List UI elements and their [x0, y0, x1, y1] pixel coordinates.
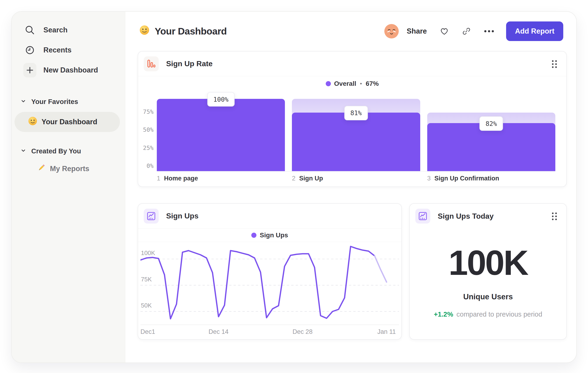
line-chart-icon: [415, 209, 430, 223]
x-tick-label: Dec 28: [293, 328, 313, 335]
smiley-emoji-icon: [28, 116, 37, 128]
card-header: Sign Ups Today: [410, 204, 566, 229]
funnel-step-name: Sign Up Confirmation: [434, 175, 499, 182]
funnel-step-label: 2Sign Up: [292, 175, 420, 182]
card-header: Sign Up Rate: [138, 51, 566, 76]
funnel-step-name: Sign Up: [299, 175, 323, 182]
drag-handle-icon[interactable]: [551, 60, 557, 69]
card-header: Sign Ups: [138, 204, 401, 229]
legend-value: 67%: [366, 80, 379, 87]
add-report-button[interactable]: Add Report: [506, 21, 563, 41]
share-button[interactable]: Share: [407, 27, 427, 35]
sidebar-item-my-reports[interactable]: My Reports: [12, 160, 125, 178]
legend-label: Sign Ups: [260, 232, 288, 239]
legend-bullet: •: [360, 81, 362, 87]
main-area: Your Dashboard Share Add Report: [125, 12, 576, 363]
drag-handle-icon[interactable]: [551, 212, 557, 222]
more-options-icon[interactable]: [484, 29, 494, 33]
kpi-label: Unique Users: [410, 292, 566, 301]
sidebar-item-label: My Reports: [50, 165, 89, 173]
kpi-delta: +1.2%: [434, 311, 453, 318]
chevron-down-icon: [21, 98, 26, 106]
kpi-delta-note: compared to previous period: [456, 311, 542, 318]
page-header: Your Dashboard Share Add Report: [139, 21, 563, 41]
kpi-value: 100K: [410, 245, 566, 280]
card-title: Sign Ups: [166, 212, 199, 220]
favorite-heart-icon[interactable]: [439, 26, 449, 36]
search-icon: [23, 24, 36, 36]
kpi-body: 100K Unique Users +1.2% compared to prev…: [410, 245, 566, 318]
sidebar-item-label: Search: [43, 26, 67, 34]
y-tick-label: 50%: [143, 126, 154, 133]
sidebar-section-created[interactable]: Created By You: [12, 144, 125, 158]
funnel-step-number: 2: [292, 175, 295, 182]
legend-dot-icon: [251, 233, 256, 238]
sidebar-item-search[interactable]: Search: [12, 20, 125, 40]
card-title: Sign Ups Today: [438, 212, 494, 221]
funnel-x-axis: 1Home page2Sign Up3Sign Up Confirmation: [157, 175, 555, 182]
signups-line: [375, 256, 386, 282]
sidebar-item-your-dashboard[interactable]: Your Dashboard: [14, 112, 120, 132]
funnel-bar[interactable]: 82%: [427, 99, 555, 171]
signup-rate-card: Sign Up Rate Overall • 67% 75%50%25%0% 1…: [138, 51, 567, 187]
sidebar-item-label: Your Dashboard: [42, 118, 97, 126]
section-label: Your Favorites: [31, 98, 78, 106]
funnel-step-number: 1: [157, 175, 160, 182]
header-actions: Share Add Report: [384, 21, 563, 41]
sidebar: Search Recents New Dashboard Your Favori…: [12, 12, 125, 363]
sidebar-item-label: New Dashboard: [43, 66, 98, 74]
clock-icon: [23, 45, 36, 56]
smiley-emoji-icon: [139, 25, 150, 38]
sidebar-section-favorites[interactable]: Your Favorites: [12, 95, 125, 109]
funnel-plot: 100%81%82%: [157, 99, 555, 171]
signups-line: [140, 246, 375, 319]
legend-dot-icon: [326, 81, 331, 86]
y-tick-label: 25%: [143, 144, 154, 151]
funnel-bar[interactable]: 100%: [157, 99, 285, 171]
funnel-value-badge: 82%: [480, 116, 503, 131]
signups-card: Sign Ups Sign Ups 100K75K50K Dec1Dec 14D…: [138, 203, 402, 340]
funnel-value-badge: 100%: [207, 92, 234, 107]
copy-link-icon[interactable]: [462, 27, 471, 36]
avatar[interactable]: [384, 24, 399, 39]
plus-icon: [23, 63, 36, 77]
chevron-down-icon: [21, 147, 26, 155]
line-x-axis: Dec1Dec 14Dec 28Jan 11: [140, 328, 399, 338]
y-tick-label: 75%: [143, 108, 154, 115]
funnel-bar[interactable]: 81%: [292, 99, 420, 171]
app-window: Search Recents New Dashboard Your Favori…: [11, 11, 577, 363]
funnel-chart-icon: [144, 56, 159, 71]
funnel-bar-fill: [292, 113, 420, 171]
sidebar-item-new-dashboard[interactable]: New Dashboard: [12, 60, 125, 80]
line-chart-icon: [144, 209, 159, 223]
section-label: Created By You: [31, 147, 81, 155]
signups-today-card: Sign Ups Today 100K Unique Users +1.2% c…: [409, 203, 567, 340]
funnel-value-badge: 81%: [344, 106, 368, 120]
funnel-bar-fill: [157, 99, 285, 171]
line-plot: 100K75K50K: [140, 244, 399, 325]
line-legend[interactable]: Sign Ups: [138, 229, 401, 242]
funnel-step-name: Home page: [164, 175, 198, 182]
funnel-y-axis: 75%50%25%0%: [140, 99, 154, 171]
pencil-icon: [37, 163, 46, 174]
kpi-delta-row: +1.2% compared to previous period: [410, 311, 566, 318]
x-tick-label: Dec 14: [209, 328, 229, 335]
legend-label: Overall: [334, 80, 356, 87]
x-tick-label: Jan 11: [377, 328, 396, 335]
funnel-step-number: 3: [427, 175, 431, 182]
sidebar-item-label: Recents: [43, 46, 72, 54]
x-tick-label: Dec1: [140, 328, 155, 335]
page-title-group: Your Dashboard: [139, 25, 227, 38]
funnel-legend[interactable]: Overall • 67%: [138, 76, 566, 91]
page-title: Your Dashboard: [155, 26, 227, 37]
funnel-step-label: 1Home page: [157, 175, 285, 182]
funnel-step-label: 3Sign Up Confirmation: [427, 175, 555, 182]
sidebar-item-recents[interactable]: Recents: [12, 40, 125, 60]
card-title: Sign Up Rate: [166, 60, 213, 68]
y-tick-label: 0%: [147, 162, 154, 169]
